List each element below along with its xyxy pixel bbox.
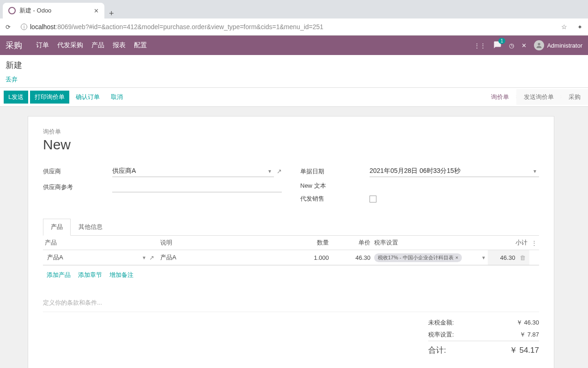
- line-desc[interactable]: 产品A: [158, 250, 289, 265]
- totals-panel: 未税金额: ￥ 46.30 税率设置: ￥ 7.87 合计: ￥ 54.17: [428, 317, 539, 357]
- line-price[interactable]: 46.30: [331, 250, 372, 265]
- order-lines-table: 产品 说明 数量 单价 税率设置 小计 ⋮ 产品A ▼ ↗: [43, 236, 539, 285]
- table-row[interactable]: 产品A ▼ ↗ 产品A 1.000 46.30 税收17% - 中国小企业会计科…: [43, 250, 539, 265]
- reload-icon[interactable]: ⟳: [4, 22, 12, 32]
- user-menu[interactable]: Administrator: [534, 40, 582, 50]
- messages-icon[interactable]: 1: [493, 41, 502, 50]
- table-options-icon[interactable]: ⋮: [531, 239, 537, 246]
- caret-down-icon[interactable]: ▼: [142, 255, 146, 260]
- breadcrumb: 新建: [6, 61, 22, 70]
- odoo-favicon-icon: [8, 7, 16, 14]
- dropship-label: 代发销售: [300, 195, 370, 203]
- status-flow: 询价单 发送询价单 采购: [484, 89, 588, 105]
- close-nav-icon[interactable]: ✕: [521, 42, 527, 49]
- svg-point-0: [538, 43, 540, 45]
- line-taxes-input[interactable]: 税收17% - 中国小企业会计科目表 × ▼: [374, 253, 486, 262]
- browser-chrome: 新建 - Odoo ✕ + ⟳ i localhost:8069/web?#id…: [0, 0, 588, 36]
- vendor-ref-label: 供应商参考: [43, 183, 112, 191]
- new-tab-button[interactable]: +: [104, 9, 119, 18]
- nav-menu: 订单 代发采购 产品 报表 配置: [36, 41, 147, 49]
- line-product-input[interactable]: 产品A ▼ ↗: [45, 252, 157, 263]
- control-panel: 新建 丢弃: [0, 55, 588, 87]
- col-price: 单价: [331, 236, 372, 250]
- tab-products[interactable]: 产品: [43, 219, 71, 236]
- send-button[interactable]: L发送: [4, 91, 28, 104]
- external-link-icon[interactable]: ↗: [149, 254, 154, 261]
- col-qty: 数量: [289, 236, 331, 250]
- bug-icon[interactable]: ⋮⋮: [474, 42, 486, 49]
- tax-label: 税率设置:: [428, 331, 454, 339]
- print-rfq-button[interactable]: 打印询价单: [30, 91, 69, 104]
- tab-title: 新建 - Odoo: [19, 6, 51, 15]
- add-note-link[interactable]: 增加备注: [109, 271, 133, 279]
- url-port: :8069: [55, 23, 72, 31]
- url-path: /web?#id=&action=412&model=purchase.orde…: [72, 23, 323, 31]
- caret-down-icon[interactable]: ▼: [531, 169, 539, 174]
- line-subtotal: 46.30: [500, 254, 515, 261]
- flow-step-rfq[interactable]: 询价单: [484, 89, 516, 105]
- flow-step-sent[interactable]: 发送询价单: [516, 89, 561, 105]
- tax-value: ￥ 7.87: [520, 331, 539, 339]
- tab-other-info[interactable]: 其他信息: [71, 219, 110, 235]
- browser-tab-bar: 新建 - Odoo ✕ +: [0, 0, 588, 18]
- status-bar: L发送 打印询价单 确认订单 取消 询价单 发送询价单 采购: [0, 87, 588, 107]
- bookmark-star-icon[interactable]: ☆: [561, 23, 567, 31]
- url-input[interactable]: i localhost:8069/web?#id=&action=412&mod…: [16, 20, 572, 33]
- caret-down-icon[interactable]: ▼: [266, 169, 274, 174]
- col-product: 产品: [43, 236, 158, 250]
- avatar-icon: [534, 40, 544, 50]
- nav-product[interactable]: 产品: [91, 41, 104, 49]
- nav-right: ⋮⋮ 1 ◷ ✕ Administrator: [474, 40, 582, 50]
- untaxed-label: 未税金额:: [428, 319, 454, 327]
- vendor-input[interactable]: 供应商A ▼: [112, 166, 274, 177]
- line-qty[interactable]: 1.000: [289, 250, 331, 265]
- form-container: 询价单 New 供应商 供应商A ▼ ↗ 供应商参考: [0, 107, 588, 368]
- app-navbar: 采购 订单 代发采购 产品 报表 配置 ⋮⋮ 1 ◷ ✕ Administrat…: [0, 36, 588, 55]
- nav-config[interactable]: 配置: [134, 41, 147, 49]
- doc-title: New: [43, 137, 539, 153]
- form-tabs: 产品 其他信息: [43, 219, 539, 236]
- left-column: 供应商 供应商A ▼ ↗ 供应商参考: [43, 166, 282, 208]
- right-column: 单据日期 2021年05月28日 06时33分15秒 ▼ New 文本 代发销售: [300, 166, 539, 208]
- close-tab-icon[interactable]: ✕: [94, 7, 99, 14]
- newtext-label: New 文本: [300, 182, 370, 190]
- delete-row-icon[interactable]: 🗑: [520, 254, 526, 261]
- external-link-icon[interactable]: ↗: [277, 168, 282, 175]
- tax-tag: 税收17% - 中国小企业会计科目表 ×: [374, 253, 462, 262]
- caret-down-icon[interactable]: ▼: [481, 255, 486, 260]
- col-desc: 说明: [158, 236, 289, 250]
- nav-order[interactable]: 订单: [36, 41, 49, 49]
- url-host: localhost: [30, 23, 55, 31]
- nav-report[interactable]: 报表: [113, 41, 126, 49]
- vendor-ref-input[interactable]: [112, 182, 282, 192]
- user-name: Administrator: [547, 42, 582, 49]
- terms-input[interactable]: 定义你的条款和条件...: [43, 285, 539, 312]
- dropship-checkbox[interactable]: [370, 196, 376, 202]
- cancel-button[interactable]: 取消: [106, 91, 127, 104]
- add-section-link[interactable]: 添加章节: [78, 271, 102, 279]
- address-bar: ⟳ i localhost:8069/web?#id=&action=412&m…: [0, 18, 588, 36]
- date-input[interactable]: 2021年05月28日 06时33分15秒 ▼: [370, 166, 539, 177]
- msg-count-badge: 1: [498, 38, 506, 44]
- site-info-icon[interactable]: i: [21, 24, 27, 30]
- activity-icon[interactable]: ◷: [509, 42, 514, 49]
- app-brand[interactable]: 采购: [6, 40, 22, 51]
- col-subtotal: 小计: [488, 236, 529, 250]
- browser-tab[interactable]: 新建 - Odoo ✕: [3, 3, 104, 18]
- nav-dropship[interactable]: 代发采购: [57, 41, 83, 49]
- extensions-icon[interactable]: ✦: [576, 22, 584, 32]
- discard-button[interactable]: 丢弃: [6, 76, 18, 83]
- total-label: 合计:: [428, 345, 446, 356]
- date-value: 2021年05月28日 06时33分15秒: [370, 167, 461, 175]
- vendor-label: 供应商: [43, 167, 112, 176]
- confirm-order-button[interactable]: 确认订单: [71, 91, 104, 104]
- line-product: 产品A: [47, 253, 63, 262]
- tag-remove-icon[interactable]: ×: [455, 255, 458, 260]
- flow-step-po[interactable]: 采购: [561, 89, 588, 105]
- total-value: ￥ 54.17: [509, 345, 539, 356]
- col-taxes: 税率设置: [372, 236, 488, 250]
- form-sheet: 询价单 New 供应商 供应商A ▼ ↗ 供应商参考: [28, 116, 554, 368]
- table-add-links: 添加产品 添加章节 增加备注: [45, 267, 537, 283]
- form-grid: 供应商 供应商A ▼ ↗ 供应商参考: [43, 166, 539, 208]
- add-product-link[interactable]: 添加产品: [47, 271, 71, 279]
